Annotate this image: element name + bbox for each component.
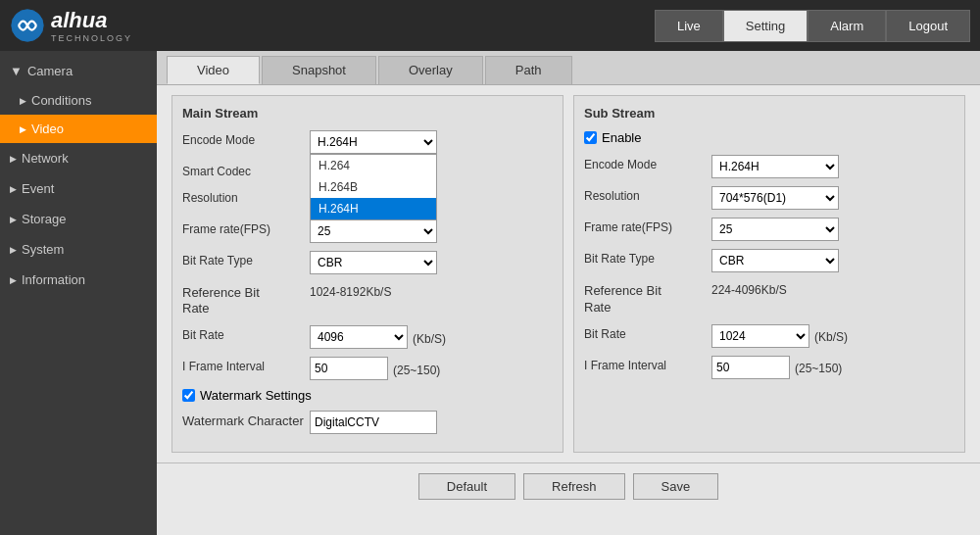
sidebar-section-network[interactable]: ▶ Network (0, 143, 157, 173)
sidebar-section-network-label: Network (22, 151, 69, 166)
sub-ref-bit-rate-row: Reference Bit Rate 224-4096Kb/S (584, 280, 955, 316)
logo-sub: TECHNOLOGY (51, 33, 132, 43)
logo-icon (10, 8, 45, 43)
sub-resolution-value: 704*576(D1) (711, 186, 955, 210)
main-bit-rate-type-row: Bit Rate Type CBR (182, 251, 553, 274)
sidebar-section-information[interactable]: ▶ Information (0, 265, 157, 295)
main-iframe-row: I Frame Interval (25~150) (182, 357, 553, 380)
watermark-char-input[interactable] (310, 411, 437, 434)
sub-bit-rate-unit: (Kb/S) (814, 327, 848, 344)
sub-encode-mode-select[interactable]: H.264H (711, 155, 839, 178)
sub-frame-rate-row: Frame rate(FPS) 25 (584, 218, 955, 241)
nav-tabs: Live Setting Alarm Logout (655, 10, 970, 42)
sub-bit-rate-type-label: Bit Rate Type (584, 249, 711, 268)
sub-bit-rate-type-value: CBR (711, 249, 955, 272)
sub-stream-panel: Sub Stream Enable Encode Mode H.264H (573, 95, 965, 453)
sub-enable-row: Enable (584, 130, 955, 145)
encode-mode-row: Encode Mode H.264H H.264 H.264B H.264H (182, 130, 553, 154)
sidebar-item-conditions[interactable]: ▶ Conditions (0, 86, 157, 115)
sub-iframe-value-group: (25~150) (711, 356, 955, 379)
sub-ref-bit-rate-value: 224-4096Kb/S (711, 280, 955, 297)
logo: alhua TECHNOLOGY (10, 8, 132, 43)
main-bit-rate-select[interactable]: 4096 (310, 325, 408, 349)
watermark-char-row: Watermark Character (182, 411, 553, 434)
main-resolution-label: Resolution (182, 188, 310, 207)
sub-bit-rate-type-select[interactable]: CBR (711, 249, 839, 272)
sub-bit-rate-row: Bit Rate 1024 (Kb/S) (584, 324, 955, 348)
sub-resolution-label: Resolution (584, 186, 711, 205)
main-ref-bit-rate-value: 1024-8192Kb/S (310, 282, 553, 299)
sidebar: ▼ Camera ▶ Conditions ▶ Video ▶ Network … (0, 51, 157, 535)
sub-iframe-input[interactable] (711, 356, 790, 379)
sub-frame-rate-select[interactable]: 25 (711, 218, 839, 241)
sidebar-section-info-label: Information (22, 272, 85, 287)
main-stream-title: Main Stream (182, 106, 553, 121)
sidebar-section-event[interactable]: ▶ Event (0, 173, 157, 204)
header: alhua TECHNOLOGY Live Setting Alarm Logo… (0, 0, 980, 51)
sub-stream-title: Sub Stream (584, 106, 955, 121)
sub-frame-rate-label: Frame rate(FPS) (584, 218, 711, 236)
main-frame-rate-value: 25 (310, 219, 553, 243)
smart-codec-label: Smart Codec (182, 162, 310, 180)
watermark-checkbox[interactable] (182, 389, 195, 402)
storage-arrow-icon: ▶ (10, 215, 17, 224)
dropdown-item-h264h[interactable]: H.264H (311, 198, 436, 219)
event-arrow-icon: ▶ (10, 184, 17, 194)
save-button[interactable]: Save (633, 473, 719, 500)
main-stream-panel: Main Stream Encode Mode H.264H H.264 H.2… (172, 95, 564, 453)
sidebar-item-video[interactable]: ▶ Video (0, 115, 157, 143)
nav-logout[interactable]: Logout (886, 10, 970, 42)
main-iframe-range: (25~150) (393, 361, 440, 377)
watermark-char-value (310, 411, 553, 434)
encode-mode-select[interactable]: H.264H (310, 130, 437, 154)
sidebar-section-camera[interactable]: ▼ Camera (0, 56, 157, 86)
encode-mode-label: Encode Mode (182, 130, 310, 149)
main-bit-rate-type-value: CBR (310, 251, 553, 274)
main-bit-rate-type-label: Bit Rate Type (182, 251, 310, 269)
streams-container: Main Stream Encode Mode H.264H H.264 H.2… (157, 85, 980, 462)
nav-alarm[interactable]: Alarm (808, 10, 886, 42)
main-bit-rate-unit: (Kb/S) (413, 329, 446, 346)
sidebar-item-conditions-label: Conditions (31, 93, 91, 108)
nav-live[interactable]: Live (655, 10, 723, 42)
main-frame-rate-select[interactable]: 25 (310, 219, 437, 243)
refresh-button[interactable]: Refresh (523, 473, 625, 500)
dropdown-item-h264[interactable]: H.264 (311, 155, 436, 176)
sidebar-section-storage[interactable]: ▶ Storage (0, 204, 157, 234)
main-frame-rate-label: Frame rate(FPS) (182, 219, 310, 238)
sidebar-section-system-label: System (22, 242, 64, 257)
sub-bit-rate-select[interactable]: 1024 (711, 324, 809, 348)
main-frame-rate-row: Frame rate(FPS) 25 (182, 219, 553, 243)
active-arrow-icon: ▶ (20, 124, 26, 134)
logo-text: alhua (51, 8, 107, 32)
system-arrow-icon: ▶ (10, 245, 17, 255)
tab-snapshot[interactable]: Snapshot (262, 56, 376, 84)
arrow-right-icon: ▶ (20, 96, 26, 106)
network-arrow-icon: ▶ (10, 154, 17, 164)
tab-path[interactable]: Path (485, 56, 572, 84)
main-bit-rate-type-select[interactable]: CBR (310, 251, 437, 274)
main-bit-rate-label: Bit Rate (182, 325, 310, 344)
encode-mode-value-container: H.264H H.264 H.264B H.264H (310, 130, 553, 154)
sub-encode-mode-label: Encode Mode (584, 155, 711, 173)
main-bit-rate-row: Bit Rate 4096 (Kb/S) (182, 325, 553, 349)
dropdown-item-h264b[interactable]: H.264B (311, 176, 436, 198)
sidebar-section-system[interactable]: ▶ System (0, 234, 157, 265)
sub-bit-rate-type-row: Bit Rate Type CBR (584, 249, 955, 272)
sub-encode-mode-value: H.264H (711, 155, 955, 178)
main-layout: ▼ Camera ▶ Conditions ▶ Video ▶ Network … (0, 51, 980, 535)
main-iframe-input[interactable] (310, 357, 388, 380)
arrow-down-icon: ▼ (10, 64, 23, 78)
tab-video[interactable]: Video (167, 56, 260, 84)
sub-resolution-select[interactable]: 704*576(D1) (711, 186, 839, 210)
main-bit-rate-value-group: 4096 (Kb/S) (310, 325, 553, 349)
sub-frame-rate-value: 25 (711, 218, 955, 241)
tab-overlay[interactable]: Overlay (378, 56, 483, 84)
default-button[interactable]: Default (418, 473, 515, 500)
sub-enable-checkbox[interactable] (584, 131, 597, 144)
watermark-char-label: Watermark Character (182, 411, 310, 430)
encode-mode-dropdown[interactable]: H.264H H.264 H.264B H.264H (310, 130, 437, 154)
tab-bar: Video Snapshot Overlay Path (157, 51, 980, 85)
sub-iframe-range: (25~150) (795, 359, 842, 375)
nav-setting[interactable]: Setting (723, 10, 808, 42)
